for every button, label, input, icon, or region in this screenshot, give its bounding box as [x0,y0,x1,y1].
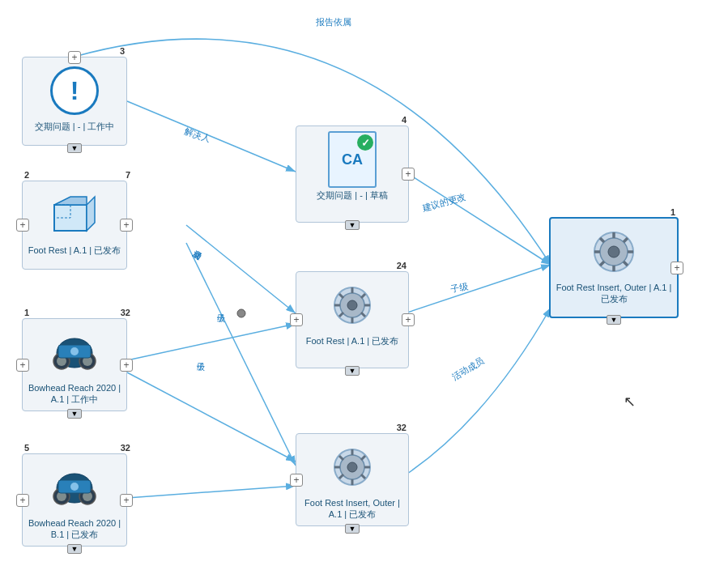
edge-label-ziji1: 子级 [449,280,469,296]
node-label-footrest-insert7: Foot Rest Insert, Outer | A.1 | 已发布 [301,497,403,521]
node-bowhead-3[interactable]: 1 32 + + Bowhead Reach 2020 | A.1 | 工作中 … [22,318,127,411]
edge-label-huodong1: 活动成员 [449,355,487,383]
svg-point-45 [608,246,619,257]
node-number-32a: 32 [121,308,130,317]
add-button-node4-left[interactable]: + [16,494,29,507]
node-icon-doc: CA ✓ [320,131,385,188]
add-button-node8-right[interactable]: + [671,262,683,274]
node-icon-bowhead4 [42,459,107,516]
node-icon-footrest-gear [320,277,385,334]
node-number-32b: 32 [121,443,130,453]
node-icon-main-gear [581,223,646,280]
expand-node8[interactable]: ▼ [607,315,621,325]
cursor: ↖ [624,393,636,410]
node-bowhead-4[interactable]: 5 32 + + Bowhead Reach 2020 | B.1 | 已发布 … [22,453,127,547]
node-issue-1[interactable]: 3 + ! 交期问题 | - | 工作中 ▼ [22,57,127,146]
node-number-7: 7 [126,170,130,180]
add-button-node6-right[interactable]: + [402,313,415,326]
add-button-node2-right[interactable]: + [120,219,133,232]
add-button-node6-left[interactable]: + [290,313,303,326]
node-icon-footrest [42,186,107,243]
svg-point-2 [237,309,245,317]
node-label-issue1: 交期问题 | - | 工作中 [35,121,115,132]
node-number-2: 2 [24,170,29,180]
node-label-bowhead4: Bowhead Reach 2020 | B.1 | 已发布 [28,517,121,541]
add-button-node4-right[interactable]: + [120,494,133,507]
node-number-24: 24 [397,261,407,270]
edge-label-jiejueren: 解决人 [182,125,211,145]
expand-node4[interactable]: ▼ [67,544,82,554]
node-number-32c: 32 [397,423,407,432]
node-number-1b: 1 [671,207,675,217]
expand-node7[interactable]: ▼ [345,524,360,534]
node-number-5: 5 [24,443,29,453]
add-button-node1-top[interactable]: + [68,51,81,64]
svg-point-23 [347,300,357,310]
node-icon-bowhead1 [42,324,107,381]
node-footrest-insert-center[interactable]: 32 + Foot Rest Insert, Outer | A.1 | 已发布… [296,433,409,526]
expand-node5[interactable]: ▼ [345,220,360,230]
node-icon-footrest-insert [320,439,385,496]
node-number-4: 4 [402,115,407,125]
node-footrest-2[interactable]: 2 7 + + Foot Rest | A.1 | 已发布 [22,181,127,270]
node-label-issue-doc: 交期问题 | - | 草稿 [317,189,388,201]
add-button-node3-right[interactable]: + [120,359,133,372]
node-label-main: Foot Rest Insert, Outer | A.1 | 已发布 [556,282,672,305]
node-issue-doc[interactable]: 4 + CA ✓ 交期问题 | - | 草稿 ▼ [296,125,409,223]
add-button-node5-right[interactable]: + [402,168,415,181]
add-button-node2-left[interactable]: + [16,219,29,232]
expand-node3[interactable]: ▼ [67,409,82,419]
expand-node6[interactable]: ▼ [345,366,360,376]
edge-label-baogao: 报告依属 [316,16,351,28]
expand-node1[interactable]: ▼ [67,143,82,153]
workflow-canvas: 报告依属 解决人 建议的更改 子级 活动成员 活动成员 子级 子级 3 + ! … [0,0,728,570]
node-label-footrest-gear: Foot Rest | A.1 | 已发布 [306,335,399,347]
node-number-1a: 1 [24,308,29,317]
edge-label-huodong2: 活动成员 [198,243,207,249]
svg-marker-5 [87,197,95,231]
svg-point-13 [70,347,79,355]
add-button-node3-left[interactable]: + [16,359,29,372]
node-label-footrest2: Foot Rest | A.1 | 已发布 [28,245,121,256]
svg-point-20 [70,483,79,491]
node-label-bowhead3: Bowhead Reach 2020 | A.1 | 工作中 [28,382,121,406]
edge-label-jianyi: 建议的更改 [421,191,467,215]
node-footrest-insert-main[interactable]: 1 + Foot Rest Insert, Outer | A.1 | 已发布 … [549,217,679,318]
svg-marker-4 [54,197,87,205]
node-number-3: 3 [120,46,125,56]
add-button-node7-left[interactable]: + [290,474,303,487]
node-footrest-gear[interactable]: 24 + + Foot Rest | A.1 | 已发布 ▼ [296,271,409,368]
node-icon-issue: ! [42,62,107,119]
svg-point-34 [347,462,357,472]
